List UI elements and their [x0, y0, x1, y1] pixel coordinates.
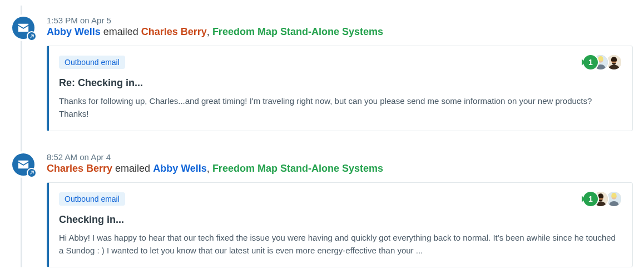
email-card[interactable]: Outbound email 1 Re: Checking in... Than… [47, 46, 633, 131]
entry-header: 1:53 PM on Apr 5 Abby Wells emailed Char… [22, 16, 633, 38]
entry-timestamp: 8:52 AM on Apr 4 [47, 152, 633, 162]
arrow-icon [29, 170, 34, 175]
email-activity-icon[interactable] [12, 153, 34, 176]
email-body-preview: Thanks for following up, Charles...and g… [59, 94, 622, 121]
email-subject: Checking in... [59, 214, 622, 226]
entry-icon-wrap [10, 14, 37, 41]
activity-timeline: 1:53 PM on Apr 5 Abby Wells emailed Char… [11, 6, 633, 267]
entry-headline: Charles Berry emailed Abby Wells, Freedo… [47, 163, 633, 175]
recipient-link[interactable]: Charles Berry [141, 26, 207, 37]
card-tag-row: Outbound email 1 [59, 191, 622, 207]
email-card[interactable]: Outbound email 1 Checking in... Hi Abby!… [47, 182, 633, 268]
arrow-icon [29, 34, 34, 39]
organization-link[interactable]: Freedom Map Stand-Alone Systems [212, 163, 383, 174]
organization-link[interactable]: Freedom Map Stand-Alone Systems [212, 26, 383, 37]
entry-headline: Abby Wells emailed Charles Berry, Freedo… [47, 26, 633, 38]
email-direction-tag: Outbound email [59, 192, 125, 206]
entry-header: 8:52 AM on Apr 4 Charles Berry emailed A… [22, 152, 633, 175]
timeline-entry: 8:52 AM on Apr 4 Charles Berry emailed A… [22, 142, 633, 268]
milestone-badge[interactable]: 1 [582, 54, 599, 71]
entry-timestamp: 1:53 PM on Apr 5 [47, 16, 633, 25]
envelope-icon [17, 158, 29, 171]
email-body-preview: Hi Abby! I was happy to hear that our te… [59, 231, 622, 257]
sender-link[interactable]: Abby Wells [47, 26, 101, 37]
sender-link[interactable]: Charles Berry [47, 163, 112, 174]
milestone-badge[interactable]: 1 [582, 191, 599, 207]
action-word: emailed [115, 163, 150, 174]
participants-avatars: 1 [582, 54, 622, 71]
action-word: emailed [103, 26, 138, 37]
timeline-entry: 1:53 PM on Apr 5 Abby Wells emailed Char… [22, 6, 633, 131]
email-subject: Re: Checking in... [59, 77, 622, 89]
outbound-indicator-icon [27, 31, 37, 41]
email-activity-icon[interactable] [12, 17, 34, 39]
participants-avatars: 1 [582, 191, 622, 207]
entry-icon-wrap [10, 151, 37, 178]
card-tag-row: Outbound email 1 [59, 54, 622, 71]
email-direction-tag: Outbound email [59, 56, 125, 69]
outbound-indicator-icon [27, 168, 37, 178]
recipient-link[interactable]: Abby Wells [153, 163, 207, 174]
